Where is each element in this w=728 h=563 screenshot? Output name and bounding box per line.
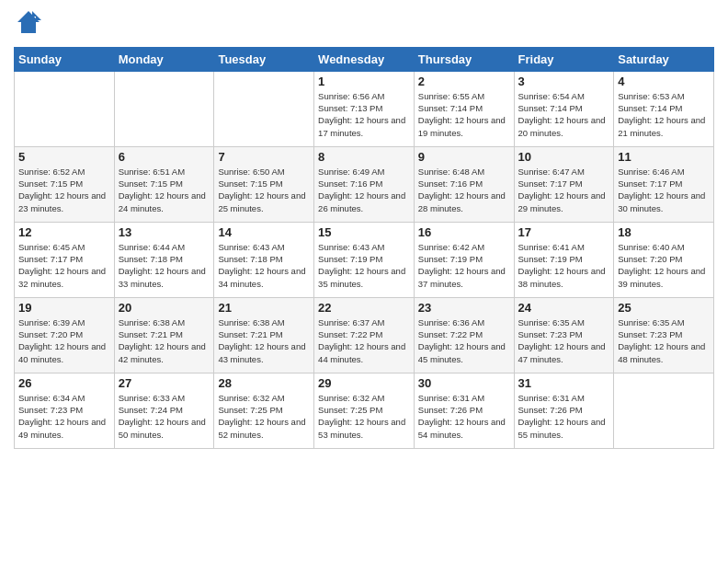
calendar-cell: 12Sunrise: 6:45 AM Sunset: 7:17 PM Dayli…	[15, 222, 115, 297]
day-number: 6	[119, 150, 210, 164]
header	[14, 9, 714, 40]
calendar-cell	[614, 373, 714, 448]
calendar-cell: 7Sunrise: 6:50 AM Sunset: 7:15 PM Daylig…	[214, 146, 314, 222]
logo	[14, 9, 41, 40]
col-thursday: Thursday	[414, 47, 514, 71]
calendar-week-4: 19Sunrise: 6:39 AM Sunset: 7:20 PM Dayli…	[15, 297, 714, 373]
day-info: Sunrise: 6:31 AM Sunset: 7:26 PM Dayligh…	[418, 392, 510, 441]
calendar-cell: 4Sunrise: 6:53 AM Sunset: 7:14 PM Daylig…	[614, 71, 714, 146]
calendar-cell: 15Sunrise: 6:43 AM Sunset: 7:19 PM Dayli…	[314, 222, 415, 297]
calendar-cell: 16Sunrise: 6:42 AM Sunset: 7:19 PM Dayli…	[414, 222, 514, 297]
day-info: Sunrise: 6:50 AM Sunset: 7:15 PM Dayligh…	[218, 166, 310, 214]
calendar-cell: 22Sunrise: 6:37 AM Sunset: 7:22 PM Dayli…	[314, 297, 415, 373]
svg-marker-0	[17, 11, 40, 33]
day-number: 5	[18, 150, 110, 164]
day-info: Sunrise: 6:36 AM Sunset: 7:22 PM Dayligh…	[418, 316, 510, 365]
day-info: Sunrise: 6:37 AM Sunset: 7:22 PM Dayligh…	[318, 316, 410, 365]
calendar-cell: 9Sunrise: 6:48 AM Sunset: 7:16 PM Daylig…	[414, 146, 514, 222]
calendar-week-5: 26Sunrise: 6:34 AM Sunset: 7:23 PM Dayli…	[15, 373, 714, 448]
calendar-cell: 3Sunrise: 6:54 AM Sunset: 7:14 PM Daylig…	[514, 71, 614, 146]
calendar-cell	[114, 71, 214, 146]
day-number: 27	[119, 376, 210, 390]
calendar-cell: 2Sunrise: 6:55 AM Sunset: 7:14 PM Daylig…	[414, 71, 514, 146]
day-number: 3	[518, 75, 610, 88]
logo-icon	[16, 9, 41, 35]
col-friday: Friday	[514, 47, 614, 71]
day-info: Sunrise: 6:33 AM Sunset: 7:24 PM Dayligh…	[119, 392, 210, 441]
page: Sunday Monday Tuesday Wednesday Thursday…	[0, 0, 728, 563]
day-number: 21	[218, 301, 310, 315]
day-info: Sunrise: 6:38 AM Sunset: 7:21 PM Dayligh…	[119, 316, 210, 365]
day-info: Sunrise: 6:42 AM Sunset: 7:19 PM Dayligh…	[418, 241, 510, 290]
day-info: Sunrise: 6:47 AM Sunset: 7:17 PM Dayligh…	[518, 166, 610, 214]
day-info: Sunrise: 6:53 AM Sunset: 7:14 PM Dayligh…	[618, 90, 710, 139]
day-number: 7	[218, 150, 310, 164]
calendar-week-2: 5Sunrise: 6:52 AM Sunset: 7:15 PM Daylig…	[15, 146, 714, 222]
day-number: 24	[518, 301, 610, 315]
day-info: Sunrise: 6:52 AM Sunset: 7:15 PM Dayligh…	[18, 166, 110, 214]
col-tuesday: Tuesday	[214, 47, 314, 71]
calendar-cell: 5Sunrise: 6:52 AM Sunset: 7:15 PM Daylig…	[15, 146, 115, 222]
day-info: Sunrise: 6:40 AM Sunset: 7:20 PM Dayligh…	[618, 241, 710, 290]
day-info: Sunrise: 6:39 AM Sunset: 7:20 PM Dayligh…	[18, 316, 110, 365]
calendar-header-row: Sunday Monday Tuesday Wednesday Thursday…	[15, 47, 714, 71]
day-info: Sunrise: 6:35 AM Sunset: 7:23 PM Dayligh…	[518, 316, 610, 365]
day-info: Sunrise: 6:49 AM Sunset: 7:16 PM Dayligh…	[318, 166, 410, 214]
calendar-cell: 13Sunrise: 6:44 AM Sunset: 7:18 PM Dayli…	[114, 222, 214, 297]
calendar-cell: 29Sunrise: 6:32 AM Sunset: 7:25 PM Dayli…	[314, 373, 415, 448]
day-info: Sunrise: 6:54 AM Sunset: 7:14 PM Dayligh…	[518, 90, 610, 139]
day-number: 31	[518, 376, 610, 390]
day-number: 12	[18, 225, 110, 239]
calendar-cell: 18Sunrise: 6:40 AM Sunset: 7:20 PM Dayli…	[614, 222, 714, 297]
day-info: Sunrise: 6:44 AM Sunset: 7:18 PM Dayligh…	[119, 241, 210, 290]
calendar-cell: 26Sunrise: 6:34 AM Sunset: 7:23 PM Dayli…	[15, 373, 115, 448]
day-number: 22	[318, 301, 410, 315]
day-info: Sunrise: 6:31 AM Sunset: 7:26 PM Dayligh…	[518, 392, 610, 441]
day-number: 11	[618, 150, 710, 164]
day-number: 23	[418, 301, 510, 315]
day-info: Sunrise: 6:32 AM Sunset: 7:25 PM Dayligh…	[318, 392, 410, 441]
day-number: 16	[418, 225, 510, 239]
calendar-cell: 21Sunrise: 6:38 AM Sunset: 7:21 PM Dayli…	[214, 297, 314, 373]
calendar-cell: 6Sunrise: 6:51 AM Sunset: 7:15 PM Daylig…	[114, 146, 214, 222]
calendar-table: Sunday Monday Tuesday Wednesday Thursday…	[14, 47, 714, 449]
calendar-cell: 8Sunrise: 6:49 AM Sunset: 7:16 PM Daylig…	[314, 146, 415, 222]
day-number: 30	[418, 376, 510, 390]
calendar-cell: 10Sunrise: 6:47 AM Sunset: 7:17 PM Dayli…	[514, 146, 614, 222]
calendar-cell: 19Sunrise: 6:39 AM Sunset: 7:20 PM Dayli…	[15, 297, 115, 373]
day-number: 10	[518, 150, 610, 164]
day-number: 17	[518, 225, 610, 239]
day-number: 9	[418, 150, 510, 164]
col-saturday: Saturday	[614, 47, 714, 71]
calendar-cell: 31Sunrise: 6:31 AM Sunset: 7:26 PM Dayli…	[514, 373, 614, 448]
day-info: Sunrise: 6:32 AM Sunset: 7:25 PM Dayligh…	[218, 392, 310, 441]
day-info: Sunrise: 6:48 AM Sunset: 7:16 PM Dayligh…	[418, 166, 510, 214]
calendar-cell: 14Sunrise: 6:43 AM Sunset: 7:18 PM Dayli…	[214, 222, 314, 297]
calendar-cell: 27Sunrise: 6:33 AM Sunset: 7:24 PM Dayli…	[114, 373, 214, 448]
day-number: 26	[18, 376, 110, 390]
calendar-cell: 25Sunrise: 6:35 AM Sunset: 7:23 PM Dayli…	[614, 297, 714, 373]
calendar-cell: 28Sunrise: 6:32 AM Sunset: 7:25 PM Dayli…	[214, 373, 314, 448]
col-monday: Monday	[114, 47, 214, 71]
day-info: Sunrise: 6:34 AM Sunset: 7:23 PM Dayligh…	[18, 392, 110, 441]
calendar-cell	[214, 71, 314, 146]
day-number: 20	[119, 301, 210, 315]
day-number: 29	[318, 376, 410, 390]
day-info: Sunrise: 6:43 AM Sunset: 7:19 PM Dayligh…	[318, 241, 410, 290]
calendar-cell: 24Sunrise: 6:35 AM Sunset: 7:23 PM Dayli…	[514, 297, 614, 373]
day-info: Sunrise: 6:55 AM Sunset: 7:14 PM Dayligh…	[418, 90, 510, 139]
day-number: 18	[618, 225, 710, 239]
day-info: Sunrise: 6:43 AM Sunset: 7:18 PM Dayligh…	[218, 241, 310, 290]
day-number: 19	[18, 301, 110, 315]
calendar-cell	[15, 71, 115, 146]
day-info: Sunrise: 6:35 AM Sunset: 7:23 PM Dayligh…	[618, 316, 710, 365]
day-number: 13	[119, 225, 210, 239]
calendar-cell: 11Sunrise: 6:46 AM Sunset: 7:17 PM Dayli…	[614, 146, 714, 222]
calendar-cell: 1Sunrise: 6:56 AM Sunset: 7:13 PM Daylig…	[314, 71, 415, 146]
day-number: 15	[318, 225, 410, 239]
day-info: Sunrise: 6:41 AM Sunset: 7:19 PM Dayligh…	[518, 241, 610, 290]
calendar-cell: 17Sunrise: 6:41 AM Sunset: 7:19 PM Dayli…	[514, 222, 614, 297]
calendar-week-3: 12Sunrise: 6:45 AM Sunset: 7:17 PM Dayli…	[15, 222, 714, 297]
col-wednesday: Wednesday	[314, 47, 415, 71]
day-number: 28	[218, 376, 310, 390]
